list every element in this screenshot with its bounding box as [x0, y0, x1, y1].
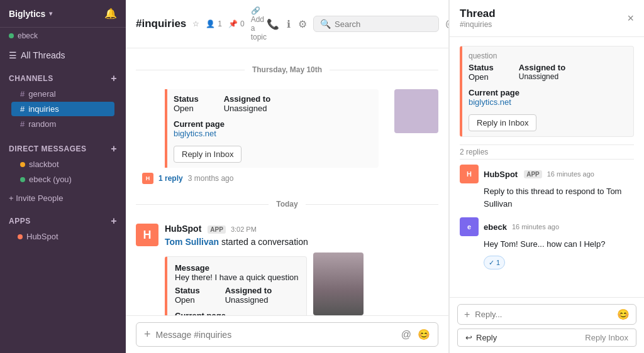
sidebar-item-general[interactable]: # general — [11, 87, 114, 101]
sidebar-header: Biglytics ▾ 🔔 — [0, 0, 126, 28]
invite-people-label: + Invite People — [9, 193, 63, 203]
notifications-bell-icon[interactable]: 🔔 — [104, 8, 117, 19]
messages-area: Thursday, May 10th Status Open Assigned — [126, 48, 448, 315]
thread-reply-1-text: Reply to this thread to respond to Tom S… — [484, 185, 634, 210]
thread-status-value: Open — [469, 72, 494, 82]
thread-reply-plus-button[interactable]: + — [464, 309, 470, 320]
reply-action-button[interactable]: ↩ Reply Reply Inbox — [457, 329, 636, 347]
search-icon: 🔍 — [320, 19, 331, 29]
reply-action-label: Reply — [476, 333, 497, 342]
sidebar: Biglytics ▾ 🔔 ebeck ☰ All Threads Channe… — [0, 0, 126, 353]
channel-name-random: random — [28, 119, 56, 129]
search-bar[interactable]: 🔍 — [313, 16, 439, 32]
thread-reply-box: + 😊 — [457, 304, 636, 325]
thread-reply-emoji-icon[interactable]: 😊 — [617, 308, 630, 320]
header-right: 📞 ℹ ⚙ 🔍 @ ☆ ⋮ — [267, 16, 449, 32]
date-divider-old: Thursday, May 10th — [126, 65, 448, 74]
date-label-today: Today — [269, 200, 305, 209]
add-dm-button[interactable]: + — [111, 143, 117, 155]
add-channel-button[interactable]: + — [111, 73, 117, 84]
reply-action-bar: ↩ Reply Reply Inbox — [457, 325, 636, 347]
thread-reply-1-header: H HubSpot APP 16 minutes ago — [460, 165, 634, 183]
add-topic-link[interactable]: 🔗 Add a topic — [251, 6, 267, 41]
thread-reply-1-author: HubSpot — [484, 170, 518, 179]
apps-section: Apps + HubSpot — [0, 207, 126, 246]
star-icon[interactable]: ☆ — [192, 19, 199, 28]
thread-ebeck-avatar: e — [460, 217, 479, 236]
thread-header: Thread #inquiries × — [450, 0, 644, 37]
conversation-author[interactable]: Tom Sullivan — [165, 237, 219, 247]
info-icon[interactable]: ℹ — [287, 18, 291, 30]
header-left: #inquiries ☆ 👤 1 📌 0 🔗 Add a topic — [136, 6, 267, 41]
sidebar-item-all-threads[interactable]: ☰ All Threads — [0, 46, 126, 64]
channels-label: Channels — [9, 74, 53, 83]
new-person-photo — [313, 253, 364, 315]
old-reply-inbox-button[interactable]: Reply in Inbox — [174, 146, 242, 163]
user-status-dot — [9, 33, 14, 38]
message-input[interactable] — [156, 330, 396, 340]
add-app-button[interactable]: + — [111, 215, 117, 227]
old-page-link: biglytics.net — [174, 129, 372, 138]
channels-section: Channels + # general # inquiries # rando… — [0, 64, 126, 134]
sidebar-item-ebeck[interactable]: ebeck (you) — [11, 172, 114, 187]
sidebar-item-slackbot[interactable]: slackbot — [11, 157, 114, 171]
emoji-icon[interactable]: 😊 — [418, 329, 430, 340]
thread-reply-2-text: Hey Tom! Sure... how can I Help? ✓ 1 — [484, 238, 634, 269]
workspace-name[interactable]: Biglytics ▾ — [9, 9, 52, 19]
thread-messages: question Status Open Assigned to Unassig… — [450, 37, 644, 297]
invite-people-button[interactable]: + Invite People — [0, 190, 126, 207]
thread-reply-2: e ebeck 16 minutes ago Hey Tom! Sure... … — [460, 217, 634, 269]
members-count: 👤 1 — [206, 19, 222, 28]
sidebar-item-random[interactable]: # random — [11, 117, 114, 131]
thread-reply-inbox-button[interactable]: Reply in Inbox — [469, 114, 536, 131]
thread-status-label: Status — [469, 63, 494, 72]
header-action-icons: 📞 ℹ ⚙ — [267, 18, 307, 30]
old-reply-inbox-label: Reply in Inbox — [182, 149, 233, 159]
old-assigned-value: Unassigned — [224, 104, 270, 113]
old-reply-hubspot-avatar: H — [142, 173, 153, 184]
thread-reply-input[interactable] — [475, 310, 612, 319]
input-plus-button[interactable]: + — [144, 328, 151, 341]
thread-channel: #inquiries — [460, 20, 496, 29]
thread-page-label: Current page — [469, 88, 627, 97]
sidebar-item-hubspot[interactable]: HubSpot — [9, 229, 117, 244]
old-status-label: Status — [174, 94, 199, 104]
new-status-label: Status — [175, 286, 200, 295]
message-group-old: Status Open Assigned to Unassigned Curre… — [126, 84, 448, 189]
new-msg-text: Hey there! I have a quick question — [175, 273, 299, 282]
new-status-row: Status Open Assigned to Unassigned — [175, 286, 299, 308]
at-mention-icon[interactable]: @ — [401, 329, 411, 340]
thread-title: Thread — [460, 8, 496, 20]
reaction-badge[interactable]: ✓ 1 — [484, 256, 505, 270]
thread-card-question: question — [469, 52, 627, 60]
apps-section-header: Apps + — [9, 215, 117, 227]
new-message-card: Message Hey there! I have a quick questi… — [165, 256, 307, 315]
old-page-url[interactable]: biglytics.net — [174, 129, 216, 138]
pin-icon: 📌 — [228, 19, 238, 28]
thread-page-url[interactable]: biglytics.net — [469, 97, 511, 107]
username-label: ebeck — [18, 31, 38, 40]
workspace-chevron-icon: ▾ — [49, 10, 52, 17]
thread-title-area: Thread #inquiries — [460, 8, 496, 29]
phone-icon[interactable]: 📞 — [267, 18, 279, 30]
thread-reply-2-time: 16 minutes ago — [512, 223, 559, 231]
sidebar-user: ebeck — [0, 28, 126, 46]
all-threads-label: All Threads — [21, 50, 65, 60]
sidebar-item-inquiries[interactable]: # inquiries — [11, 102, 114, 116]
conversation-intro: started a conversation — [221, 237, 308, 247]
thread-close-button[interactable]: × — [627, 12, 634, 25]
thread-reply-2-author: ebeck — [484, 222, 507, 232]
workspace-label: Biglytics — [9, 9, 45, 19]
search-input[interactable] — [335, 19, 423, 29]
gear-icon[interactable]: ⚙ — [298, 18, 307, 30]
new-message-time: 3:02 PM — [231, 225, 257, 233]
main-chat: #inquiries ☆ 👤 1 📌 0 🔗 Add a topic � — [126, 0, 449, 353]
thread-original-card: question Status Open Assigned to Unassig… — [460, 46, 634, 137]
new-message-content: HubSpot APP 3:02 PM Tom Sullivan started… — [165, 224, 438, 315]
dms-label: Direct Messages — [9, 144, 87, 153]
old-replies-bar[interactable]: H 1 reply 3 months ago — [136, 170, 233, 184]
channels-section-header: Channels + — [9, 73, 117, 84]
all-threads-icon: ☰ — [9, 50, 17, 60]
thread-page-link: biglytics.net — [469, 97, 627, 107]
new-message-header: HubSpot APP 3:02 PM — [165, 224, 438, 234]
